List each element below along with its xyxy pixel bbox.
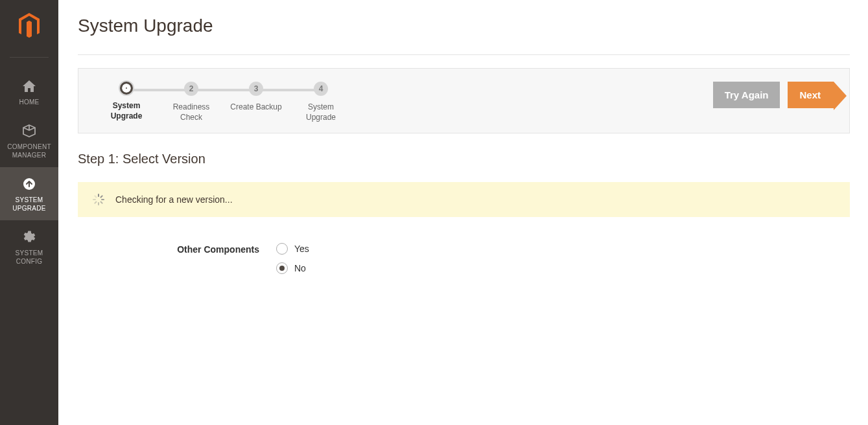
sidebar-item-label: COMPONENT MANAGER — [7, 143, 51, 159]
step-circle — [120, 82, 133, 95]
try-again-button[interactable]: Try Again — [713, 82, 780, 108]
radio-label: No — [294, 263, 306, 273]
wizard-step-3: 3 Create Backup — [224, 82, 288, 113]
step-label: System Upgrade — [306, 102, 336, 122]
wizard-step-1: System Upgrade — [94, 82, 159, 121]
sidebar-item-system-upgrade[interactable]: SYSTEM UPGRADE — [0, 167, 58, 220]
step-circle: 4 — [314, 82, 328, 96]
sidebar-item-label: HOME — [19, 98, 39, 106]
wizard-actions: Try Again Next — [713, 82, 834, 108]
other-components-row: Other Components Yes No — [78, 243, 850, 274]
page-title: System Upgrade — [78, 16, 850, 36]
wizard-steps: System Upgrade 2 Readiness Check 3 Creat… — [94, 82, 353, 122]
radio-icon — [276, 243, 288, 255]
sidebar-divider — [10, 57, 49, 58]
wizard-bar: System Upgrade 2 Readiness Check 3 Creat… — [78, 68, 850, 133]
wizard-step-2: 2 Readiness Check — [159, 82, 224, 122]
sidebar-item-system-config[interactable]: SYSTEM CONFIG — [0, 220, 58, 273]
step-label: Create Backup — [230, 102, 281, 113]
gear-icon — [23, 228, 36, 246]
next-button[interactable]: Next — [788, 82, 834, 108]
step-circle: 3 — [249, 82, 263, 96]
sidebar-item-component-manager[interactable]: COMPONENT MANAGER — [0, 114, 58, 167]
notice-text: Checking for a new version... — [115, 194, 233, 205]
home-icon — [22, 77, 36, 95]
page-divider — [78, 54, 850, 55]
other-components-label: Other Components — [78, 243, 259, 255]
radio-option-yes[interactable]: Yes — [276, 243, 309, 255]
main-content: System Upgrade System Upgrade 2 Readines… — [58, 0, 868, 425]
radio-label: Yes — [294, 244, 309, 254]
step-label: System Upgrade — [111, 101, 143, 121]
upgrade-icon — [23, 175, 36, 193]
sidebar-item-label: SYSTEM CONFIG — [16, 249, 43, 266]
wizard-step-4: 4 System Upgrade — [288, 82, 353, 122]
loading-notice: Checking for a new version... — [78, 182, 850, 217]
sidebar-item-label: SYSTEM UPGRADE — [12, 196, 46, 212]
radio-icon — [276, 262, 288, 274]
sidebar-item-home[interactable]: HOME — [0, 69, 58, 114]
magento-logo — [16, 12, 42, 43]
sidebar: HOME COMPONENT MANAGER SYSTEM UPGRADE SY… — [0, 0, 58, 425]
radio-option-no[interactable]: No — [276, 262, 309, 274]
other-components-radio-group: Yes No — [276, 243, 309, 274]
spinner-icon — [92, 194, 104, 205]
step-heading: Step 1: Select Version — [78, 152, 850, 167]
step-label: Readiness Check — [173, 102, 210, 122]
box-icon — [22, 122, 36, 140]
step-circle: 2 — [184, 82, 198, 96]
